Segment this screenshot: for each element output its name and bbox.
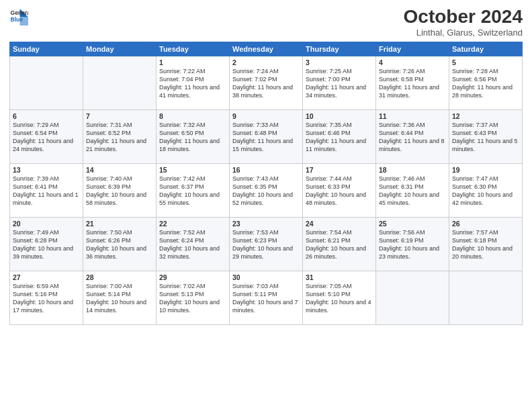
calendar-cell: 21Sunrise: 7:50 AM Sunset: 6:26 PM Dayli…	[83, 217, 157, 271]
svg-text:General: General	[11, 9, 28, 16]
calendar-cell: 8Sunrise: 7:32 AM Sunset: 6:50 PM Daylig…	[157, 109, 230, 163]
svg-text:Blue: Blue	[11, 16, 24, 23]
calendar-cell: 31Sunrise: 7:05 AM Sunset: 5:10 PM Dayli…	[303, 271, 376, 324]
calendar-cell: 10Sunrise: 7:35 AM Sunset: 6:46 PM Dayli…	[303, 109, 376, 163]
calendar-cell: 23Sunrise: 7:53 AM Sunset: 6:23 PM Dayli…	[230, 217, 303, 271]
day-number: 5	[452, 58, 519, 66]
day-info: Sunrise: 7:37 AM Sunset: 6:43 PM Dayligh…	[452, 121, 519, 154]
day-number: 29	[159, 273, 226, 281]
day-number: 23	[232, 220, 300, 228]
col-monday: Monday	[83, 42, 157, 56]
day-info: Sunrise: 7:24 AM Sunset: 7:02 PM Dayligh…	[232, 67, 300, 100]
day-info: Sunrise: 7:25 AM Sunset: 7:00 PM Dayligh…	[306, 67, 373, 100]
day-info: Sunrise: 6:59 AM Sunset: 5:16 PM Dayligh…	[13, 282, 80, 315]
day-number: 26	[452, 220, 519, 228]
calendar-cell: 15Sunrise: 7:42 AM Sunset: 6:37 PM Dayli…	[157, 163, 230, 217]
col-friday: Friday	[376, 42, 449, 56]
calendar-cell: 16Sunrise: 7:43 AM Sunset: 6:35 PM Dayli…	[230, 163, 303, 217]
day-number: 2	[232, 58, 300, 66]
day-number: 8	[159, 112, 226, 120]
day-number: 24	[306, 220, 373, 228]
day-number: 7	[86, 112, 153, 120]
day-number: 13	[13, 166, 80, 174]
day-info: Sunrise: 7:36 AM Sunset: 6:44 PM Dayligh…	[379, 121, 446, 154]
day-number: 4	[379, 58, 446, 66]
calendar-cell: 24Sunrise: 7:54 AM Sunset: 6:21 PM Dayli…	[303, 217, 376, 271]
day-info: Sunrise: 7:29 AM Sunset: 6:54 PM Dayligh…	[13, 121, 80, 154]
day-info: Sunrise: 7:03 AM Sunset: 5:11 PM Dayligh…	[232, 282, 300, 315]
day-info: Sunrise: 7:32 AM Sunset: 6:50 PM Dayligh…	[159, 121, 226, 154]
day-number: 10	[306, 112, 373, 120]
calendar-cell: 9Sunrise: 7:33 AM Sunset: 6:48 PM Daylig…	[230, 109, 303, 163]
calendar-cell: 25Sunrise: 7:56 AM Sunset: 6:19 PM Dayli…	[376, 217, 449, 271]
calendar-week-4: 20Sunrise: 7:49 AM Sunset: 6:28 PM Dayli…	[10, 217, 523, 271]
calendar-cell: 13Sunrise: 7:39 AM Sunset: 6:41 PM Dayli…	[10, 163, 83, 217]
day-number: 18	[379, 166, 446, 174]
day-info: Sunrise: 7:47 AM Sunset: 6:30 PM Dayligh…	[452, 175, 519, 208]
day-number: 22	[159, 220, 226, 228]
calendar-cell: 29Sunrise: 7:02 AM Sunset: 5:13 PM Dayli…	[157, 271, 230, 324]
calendar-cell: 20Sunrise: 7:49 AM Sunset: 6:28 PM Dayli…	[10, 217, 83, 271]
day-number: 21	[86, 220, 153, 228]
calendar-cell: 14Sunrise: 7:40 AM Sunset: 6:39 PM Dayli…	[83, 163, 157, 217]
calendar-cell: 6Sunrise: 7:29 AM Sunset: 6:54 PM Daylig…	[10, 109, 83, 163]
day-number: 3	[306, 58, 373, 66]
calendar-cell	[10, 56, 83, 109]
calendar-cell: 4Sunrise: 7:26 AM Sunset: 6:58 PM Daylig…	[376, 56, 449, 109]
day-number: 27	[13, 273, 80, 281]
day-number: 30	[232, 273, 300, 281]
day-info: Sunrise: 7:50 AM Sunset: 6:26 PM Dayligh…	[86, 228, 153, 261]
calendar-week-3: 13Sunrise: 7:39 AM Sunset: 6:41 PM Dayli…	[10, 163, 523, 217]
calendar-week-5: 27Sunrise: 6:59 AM Sunset: 5:16 PM Dayli…	[10, 271, 523, 324]
day-number: 1	[159, 58, 226, 66]
location: Linthal, Glarus, Switzerland	[404, 28, 523, 38]
header: General Blue October 2024 Linthal, Glaru…	[9, 7, 523, 38]
day-info: Sunrise: 7:52 AM Sunset: 6:24 PM Dayligh…	[159, 228, 226, 261]
day-info: Sunrise: 7:26 AM Sunset: 6:58 PM Dayligh…	[379, 67, 446, 100]
day-number: 12	[452, 112, 519, 120]
day-number: 9	[232, 112, 300, 120]
calendar-cell: 30Sunrise: 7:03 AM Sunset: 5:11 PM Dayli…	[230, 271, 303, 324]
day-info: Sunrise: 7:57 AM Sunset: 6:18 PM Dayligh…	[452, 228, 519, 261]
calendar-cell: 5Sunrise: 7:28 AM Sunset: 6:56 PM Daylig…	[449, 56, 523, 109]
day-number: 16	[232, 166, 300, 174]
day-info: Sunrise: 7:44 AM Sunset: 6:33 PM Dayligh…	[306, 175, 373, 208]
day-info: Sunrise: 7:00 AM Sunset: 5:14 PM Dayligh…	[86, 282, 153, 315]
page-container: General Blue October 2024 Linthal, Glaru…	[0, 0, 532, 411]
day-info: Sunrise: 7:39 AM Sunset: 6:41 PM Dayligh…	[13, 175, 80, 208]
day-info: Sunrise: 7:35 AM Sunset: 6:46 PM Dayligh…	[306, 121, 373, 154]
day-number: 28	[86, 273, 153, 281]
day-info: Sunrise: 7:05 AM Sunset: 5:10 PM Dayligh…	[306, 282, 373, 315]
calendar-cell: 22Sunrise: 7:52 AM Sunset: 6:24 PM Dayli…	[157, 217, 230, 271]
day-info: Sunrise: 7:46 AM Sunset: 6:31 PM Dayligh…	[379, 175, 446, 208]
day-info: Sunrise: 7:02 AM Sunset: 5:13 PM Dayligh…	[159, 282, 226, 315]
logo-icon: General Blue	[9, 7, 28, 26]
day-number: 17	[306, 166, 373, 174]
calendar-cell: 26Sunrise: 7:57 AM Sunset: 6:18 PM Dayli…	[449, 217, 523, 271]
day-info: Sunrise: 7:43 AM Sunset: 6:35 PM Dayligh…	[232, 175, 300, 208]
col-sunday: Sunday	[10, 42, 83, 56]
day-number: 31	[306, 273, 373, 281]
day-number: 20	[13, 220, 80, 228]
col-saturday: Saturday	[449, 42, 523, 56]
calendar-cell: 19Sunrise: 7:47 AM Sunset: 6:30 PM Dayli…	[449, 163, 523, 217]
calendar-week-2: 6Sunrise: 7:29 AM Sunset: 6:54 PM Daylig…	[10, 109, 523, 163]
day-info: Sunrise: 7:42 AM Sunset: 6:37 PM Dayligh…	[159, 175, 226, 208]
calendar-cell: 18Sunrise: 7:46 AM Sunset: 6:31 PM Dayli…	[376, 163, 449, 217]
calendar-cell: 28Sunrise: 7:00 AM Sunset: 5:14 PM Dayli…	[83, 271, 157, 324]
calendar-cell: 11Sunrise: 7:36 AM Sunset: 6:44 PM Dayli…	[376, 109, 449, 163]
day-info: Sunrise: 7:22 AM Sunset: 7:04 PM Dayligh…	[159, 67, 226, 100]
day-info: Sunrise: 7:49 AM Sunset: 6:28 PM Dayligh…	[13, 228, 80, 261]
day-number: 6	[13, 112, 80, 120]
day-number: 25	[379, 220, 446, 228]
col-wednesday: Wednesday	[230, 42, 303, 56]
col-tuesday: Tuesday	[157, 42, 230, 56]
col-thursday: Thursday	[303, 42, 376, 56]
day-info: Sunrise: 7:54 AM Sunset: 6:21 PM Dayligh…	[306, 228, 373, 261]
calendar-cell: 17Sunrise: 7:44 AM Sunset: 6:33 PM Dayli…	[303, 163, 376, 217]
day-number: 14	[86, 166, 153, 174]
month-title: October 2024	[404, 7, 523, 28]
header-row: Sunday Monday Tuesday Wednesday Thursday…	[10, 42, 523, 56]
day-info: Sunrise: 7:33 AM Sunset: 6:48 PM Dayligh…	[232, 121, 300, 154]
calendar-cell	[449, 271, 523, 324]
